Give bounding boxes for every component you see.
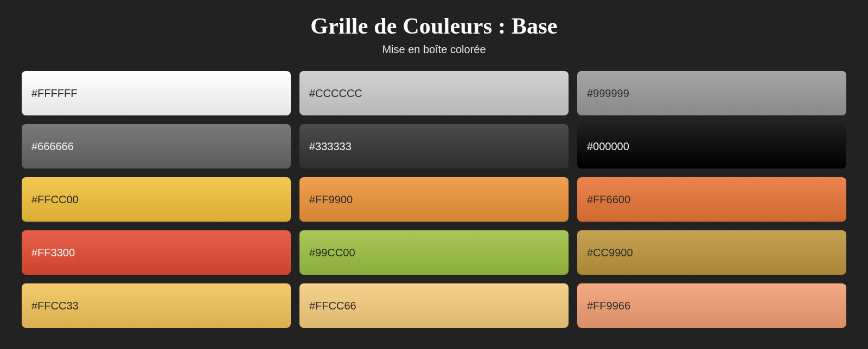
color-swatch: #CC9900	[577, 230, 846, 275]
page-subtitle: Mise en boîte colorée	[22, 43, 846, 56]
color-swatch-label: #FFCC66	[309, 300, 356, 312]
color-swatch: #FF6600	[577, 177, 846, 222]
color-swatch: #333333	[299, 124, 569, 169]
color-swatch: #666666	[22, 124, 291, 169]
color-swatch: #99CC00	[299, 230, 569, 275]
color-swatch: #FFCC66	[299, 283, 569, 328]
color-swatch-label: #FF6600	[587, 193, 630, 206]
color-swatch-label: #FFCC33	[31, 300, 79, 312]
color-swatch-label: #FF9966	[587, 300, 630, 312]
color-grid: #FFFFFF#CCCCCC#999999#666666#333333#0000…	[22, 71, 846, 328]
color-swatch-label: #000000	[587, 140, 629, 153]
color-swatch-label: #FF9900	[309, 193, 353, 206]
color-swatch-label: #CC9900	[587, 247, 633, 259]
color-swatch: #FF9966	[577, 283, 846, 328]
color-swatch-label: #666666	[31, 140, 74, 153]
color-swatch-label: #CCCCCC	[309, 87, 362, 100]
color-swatch: #FFCC00	[22, 177, 291, 222]
color-swatch-label: #999999	[587, 87, 629, 100]
color-swatch: #999999	[577, 71, 846, 115]
color-swatch: #000000	[577, 124, 846, 169]
color-swatch-label: #FFFFFF	[31, 87, 77, 100]
color-swatch-label: #FFCC00	[31, 193, 79, 206]
page-title: Grille de Couleurs : Base	[22, 13, 846, 39]
color-swatch-label: #333333	[309, 140, 352, 153]
color-swatch: #FFCC33	[22, 283, 291, 328]
color-swatch: #FFFFFF	[22, 71, 291, 115]
color-swatch-label: #FF3300	[31, 247, 75, 259]
color-swatch: #CCCCCC	[299, 71, 569, 115]
color-swatch: #FF3300	[22, 230, 291, 275]
color-swatch: #FF9900	[299, 177, 569, 222]
color-swatch-label: #99CC00	[309, 247, 355, 259]
